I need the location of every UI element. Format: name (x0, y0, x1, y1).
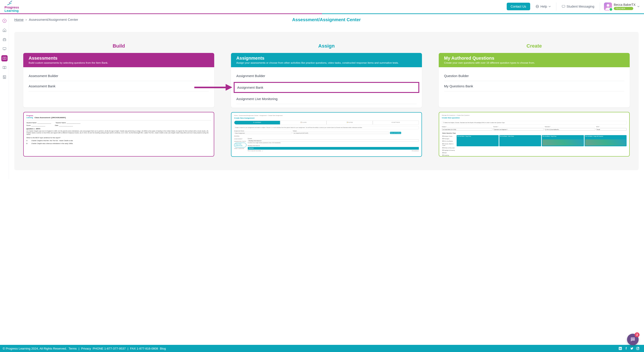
chevron-down-icon (548, 5, 551, 7)
build-preview: ProgressLearning Class Assessment- [DRCK… (23, 112, 214, 157)
create-card-title: My Authored Questions (444, 56, 624, 61)
create-card-head: My Authored Questions Create your own qu… (439, 53, 630, 67)
assign-preview: Home > Assessment/Assignment Center > As… (231, 112, 422, 157)
assign-card-body: Assignment Builder Assignment Bank Assig… (231, 67, 422, 108)
build-card-body: Assessment Builder Assessment Bank (23, 67, 214, 107)
rail-school-icon[interactable] (1, 36, 8, 43)
assessment-bank-link[interactable]: Assessment Bank (28, 81, 209, 91)
contact-us-button[interactable]: Contact Us (507, 3, 530, 10)
assign-card-desc: Assign your assessments or choose from o… (236, 61, 416, 65)
assignment-live-monitoring-link[interactable]: Assignment Live Monitoring (236, 94, 416, 104)
create-card-desc: Create your own questions with over 18 d… (444, 61, 624, 65)
logo-graphic (4, 1, 14, 5)
user-text: Becca BakerTX TEACHER (614, 3, 636, 10)
svg-point-5 (607, 4, 609, 7)
logo[interactable]: Progress Learning (4, 1, 19, 12)
create-card-body: Question Builder My Questions Bank (439, 67, 630, 107)
svg-point-0 (9, 2, 10, 3)
user-menu[interactable]: Becca BakerTX TEACHER (604, 2, 640, 10)
question-builder-link[interactable]: Question Builder (444, 71, 624, 81)
rail-presentation-icon[interactable] (1, 46, 8, 52)
rail-collapse-icon[interactable] (1, 18, 8, 24)
help-dropdown[interactable]: Help (534, 5, 552, 8)
logo-line1: Progress (4, 5, 19, 9)
chat-icon (562, 5, 565, 8)
svg-point-1 (11, 1, 12, 2)
column-build: Build Assessments Build custom assessmen… (23, 43, 214, 157)
highlight-arrow-icon (194, 85, 232, 90)
column-create: Create My Authored Questions Create your… (439, 43, 630, 157)
chevron-down-icon (637, 5, 640, 7)
column-assign: Assign Assignments Assign your assessmen… (231, 43, 422, 157)
rail-home-icon[interactable] (1, 27, 8, 33)
build-card-desc: Build custom assessments by selecting qu… (28, 61, 209, 65)
build-card-title: Assessments (28, 56, 209, 61)
divider (600, 2, 600, 10)
content: Home > Assessment/Assignment Center Asse… (9, 14, 644, 179)
col-assign-title: Assign (231, 43, 422, 49)
rail-document-icon[interactable] (1, 74, 8, 80)
top-right: Contact Us Help Student Messaging Becca … (507, 2, 640, 10)
assignment-bank-link[interactable]: Assignment Bank (234, 82, 419, 93)
breadcrumb-current: Assessment/Assignment Center (29, 18, 78, 22)
help-label: Help (540, 5, 547, 8)
logo-line2: Learning (4, 9, 19, 12)
globe-icon (536, 5, 539, 8)
breadcrumb-home[interactable]: Home (14, 18, 24, 22)
svg-point-10 (4, 76, 4, 77)
divider (556, 2, 556, 10)
page-title: Assessment/Assignment Center (292, 17, 361, 22)
assignment-builder-link[interactable]: Assignment Builder (236, 71, 416, 81)
avatar (604, 2, 612, 10)
messaging-label: Student Messaging (567, 5, 594, 8)
breadcrumb-separator: > (25, 18, 27, 21)
main-wrap: Home > Assessment/Assignment Center Asse… (0, 14, 644, 179)
assign-card-title: Assignments (236, 56, 416, 61)
user-name: Becca BakerTX (614, 3, 636, 6)
assignment-bank-label: Assignment Bank (237, 86, 264, 89)
rail-book-icon[interactable] (1, 55, 8, 61)
my-questions-bank-link[interactable]: My Questions Bank (444, 81, 624, 91)
left-rail (0, 14, 9, 179)
create-preview: Manage My Questions > Create New Questio… (439, 112, 630, 157)
rail-open-book-icon[interactable] (1, 65, 8, 71)
teacher-badge: TEACHER (614, 7, 633, 10)
assign-card-head: Assignments Assign your assessments or c… (231, 53, 422, 67)
breadcrumb-row: Home > Assessment/Assignment Center Asse… (9, 14, 644, 25)
build-card-head: Assessments Build custom assessments by … (23, 53, 214, 67)
svg-rect-9 (3, 75, 6, 79)
assessment-builder-link[interactable]: Assessment Builder (28, 71, 209, 81)
student-messaging-link[interactable]: Student Messaging (560, 5, 596, 8)
col-create-title: Create (439, 43, 630, 49)
col-build-title: Build (23, 43, 214, 49)
main-panel: Build Assessments Build custom assessmen… (14, 32, 639, 170)
svg-rect-8 (3, 48, 6, 50)
svg-rect-4 (562, 5, 565, 7)
svg-point-6 (3, 19, 6, 22)
top-bar: Progress Learning Contact Us Help Studen… (0, 0, 644, 13)
